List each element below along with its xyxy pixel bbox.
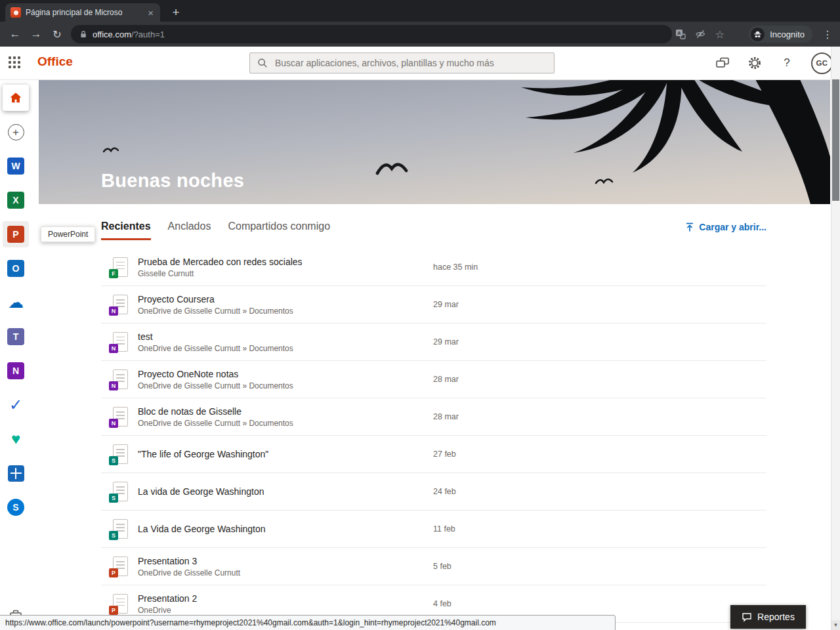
file-date: 24 feb [433, 487, 456, 496]
office-brand[interactable]: Office [37, 54, 73, 69]
devices-icon[interactable] [715, 55, 730, 71]
new-tab-button[interactable]: + [167, 3, 185, 22]
tab-close-icon[interactable]: × [146, 8, 155, 18]
sidebar-item-powerpoint[interactable]: P [0, 221, 32, 247]
powerpoint-app-icon: P [7, 226, 24, 243]
file-subtitle: OneDrive de Gisselle Curnutt » Documento… [138, 306, 293, 316]
feedback-button[interactable]: Reportes [730, 605, 806, 629]
sidebar-item-family-safety[interactable]: ♥ [0, 426, 32, 452]
file-row[interactable]: SLa vida de George Washington24 feb [101, 473, 766, 511]
sidebar-item-outlook[interactable]: O [0, 255, 32, 282]
reload-button[interactable]: ↻ [47, 24, 67, 44]
onenote-file-icon: N [112, 332, 127, 352]
account-avatar[interactable]: GC [811, 52, 833, 74]
file-row[interactable]: NProyecto CourseraOneDrive de Gisselle C… [101, 286, 766, 324]
office-favicon-icon [10, 7, 21, 18]
file-title: Presentation 2 [138, 593, 197, 604]
file-subtitle: OneDrive [138, 606, 197, 615]
search-box[interactable] [249, 52, 555, 74]
translate-icon[interactable]: A [673, 27, 688, 41]
eye-blocked-icon[interactable] [693, 27, 707, 41]
file-date: 29 mar [433, 337, 459, 346]
excel-app-icon: X [7, 192, 24, 209]
address-bar[interactable]: office.com/?auth=1 [71, 25, 672, 43]
file-date: 4 feb [433, 599, 452, 608]
greeting-text: Buenas noches [101, 170, 244, 192]
skype-app-icon: S [7, 499, 24, 516]
app-launcher-waffle-icon[interactable] [9, 56, 20, 68]
file-date: 29 mar [433, 300, 459, 309]
back-button[interactable]: ← [5, 24, 25, 44]
sidebar-item-calendar[interactable] [0, 460, 32, 486]
file-row[interactable]: S"The life of George Washington"27 feb [101, 436, 766, 473]
teams-app-icon: T [7, 328, 24, 345]
sidebar-item-onenote[interactable]: N [0, 358, 32, 384]
office-header: Office ? G [0, 47, 840, 80]
powerpoint-file-icon: P [112, 556, 127, 576]
file-date: 28 mar [433, 412, 459, 421]
search-icon [257, 58, 268, 68]
file-subtitle: OneDrive de Gisselle Curnutt [138, 568, 240, 578]
help-button[interactable]: ? [779, 55, 795, 71]
onedrive-app-icon: ☁ [8, 295, 24, 310]
file-row[interactable]: PPresentation 3OneDrive de Gisselle Curn… [101, 548, 766, 585]
outlook-app-icon: O [7, 260, 24, 277]
upload-label: Cargar y abrir... [699, 222, 766, 232]
file-row[interactable]: NProyecto OneNote notasOneDrive de Gisse… [101, 361, 766, 398]
scrollbar-down-arrow[interactable]: ▼ [831, 620, 840, 630]
content-tab-compartidos-conmigo[interactable]: Compartidos conmigo [228, 220, 330, 240]
incognito-label: Incognito [770, 30, 805, 39]
file-title: Proyecto OneNote notas [138, 369, 293, 379]
calendar-app-icon [8, 465, 24, 482]
screen: Página principal de Microso × + ← → ↻ of… [0, 0, 840, 630]
file-date: 28 mar [433, 375, 459, 384]
sway-file-icon: S [112, 444, 127, 464]
scrollbar[interactable]: ▼ [831, 47, 840, 630]
create-plus-icon: + [8, 124, 24, 140]
bookmark-star-icon[interactable]: ☆ [713, 27, 727, 41]
file-date: 11 feb [433, 524, 455, 534]
forward-button[interactable]: → [26, 24, 46, 44]
file-title: Prueba de Mercadeo con redes sociales [138, 257, 303, 267]
sidebar-item-todo[interactable]: ✓ [0, 392, 32, 418]
sidebar-item-teams[interactable]: T [0, 324, 32, 350]
file-row[interactable]: NtestOneDrive de Gisselle Curnutt » Docu… [101, 324, 766, 361]
family-safety-app-icon: ♥ [11, 431, 20, 447]
content-tab-recientes[interactable]: Recientes [101, 220, 151, 240]
sidebar-item-create[interactable]: + [0, 119, 32, 145]
onenote-file-icon: N [112, 295, 127, 314]
onenote-file-icon: N [112, 407, 127, 427]
content-tab-anclados[interactable]: Anclados [168, 220, 211, 240]
file-subtitle: OneDrive de Gisselle Curnutt » Documento… [138, 381, 293, 390]
sidebar-item-word[interactable]: W [0, 153, 32, 179]
file-row[interactable]: FPrueba de Mercadeo con redes socialesGi… [101, 249, 766, 286]
settings-gear-icon[interactable] [747, 55, 763, 71]
file-date: hace 35 min [433, 262, 478, 272]
onenote-app-icon: N [7, 362, 24, 379]
file-date: 5 feb [433, 562, 452, 571]
browser-menu-icon[interactable]: ⋮ [820, 27, 835, 41]
file-subtitle: OneDrive de Gisselle Curnutt » Documento… [138, 419, 293, 428]
sidebar-item-home[interactable] [0, 85, 32, 111]
browser-tab[interactable]: Página principal de Microso × [5, 3, 160, 22]
forms-file-icon: F [112, 257, 127, 277]
file-row[interactable]: SLa Vida de George Washington11 feb [101, 511, 766, 548]
scrollbar-thumb[interactable] [832, 79, 839, 201]
incognito-badge: Incognito [749, 26, 812, 43]
sidebar-item-excel[interactable]: X [0, 187, 32, 213]
todo-app-icon: ✓ [9, 397, 22, 413]
powerpoint-file-icon: P [112, 594, 127, 614]
chat-bubble-icon [742, 612, 752, 622]
sidebar-item-skype[interactable]: S [0, 494, 32, 520]
search-input[interactable] [274, 57, 547, 69]
onenote-file-icon: N [112, 369, 127, 389]
upload-open-button[interactable]: Cargar y abrir... [685, 220, 766, 232]
app-sidebar: +WXPO☁TN✓♥S [0, 79, 32, 630]
powerpoint-tooltip: PowerPoint [41, 226, 95, 242]
file-title: test [138, 331, 293, 342]
file-title: "The life of George Washington" [138, 449, 268, 459]
status-url-bar: https://www.office.com/launch/powerpoint… [0, 615, 616, 630]
sidebar-item-onedrive[interactable]: ☁ [0, 289, 32, 316]
file-row[interactable]: NBloc de notas de GisselleOneDrive de Gi… [101, 398, 766, 436]
sway-file-icon: S [112, 482, 127, 501]
